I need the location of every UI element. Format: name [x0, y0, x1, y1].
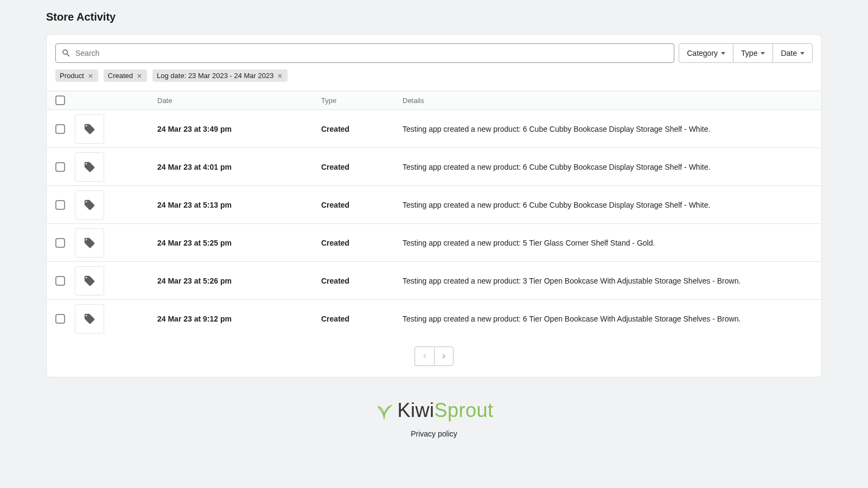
table-row: 24 Mar 23 at 4:01 pm Created Testing app… — [47, 148, 821, 186]
pagination — [47, 338, 821, 377]
row-checkbox[interactable] — [55, 276, 65, 286]
privacy-link[interactable]: Privacy policy — [46, 429, 822, 438]
table-row: 24 Mar 23 at 9:12 pm Created Testing app… — [47, 300, 821, 338]
tag-icon — [84, 199, 95, 211]
row-details: Testing app created a new product: 6 Cub… — [403, 163, 813, 171]
row-category-icon — [75, 228, 104, 258]
table-row: 24 Mar 23 at 5:13 pm Created Testing app… — [47, 186, 821, 224]
row-category-icon — [75, 114, 104, 144]
activity-card: Category Type Date Product Created Log d… — [46, 34, 822, 377]
row-type: Created — [321, 163, 403, 171]
search-input[interactable] — [75, 49, 668, 57]
active-filter-chips: Product Created Log date: 23 Mar 2023 - … — [47, 63, 821, 91]
next-page-button[interactable] — [434, 346, 454, 366]
header-details: Details — [403, 97, 813, 105]
header-type: Type — [321, 97, 403, 105]
row-details: Testing app created a new product: 6 Tie… — [403, 314, 813, 323]
row-date: 24 Mar 23 at 5:13 pm — [157, 201, 321, 209]
tag-icon — [84, 161, 95, 173]
chevron-right-icon — [440, 352, 448, 360]
leaf-icon — [374, 401, 394, 420]
row-type: Created — [321, 239, 403, 247]
chevron-down-icon — [800, 52, 805, 55]
row-checkbox[interactable] — [55, 314, 65, 324]
table-header: Date Type Details — [47, 91, 821, 110]
row-category-icon — [75, 152, 104, 182]
row-checkbox[interactable] — [55, 238, 65, 248]
tag-icon — [84, 237, 95, 249]
tag-icon — [84, 313, 95, 325]
row-date: 24 Mar 23 at 9:12 pm — [157, 314, 321, 323]
search-field[interactable] — [55, 43, 674, 63]
chip-created[interactable]: Created — [104, 69, 147, 82]
row-date: 24 Mar 23 at 3:49 pm — [157, 125, 321, 133]
page-title: Store Activity — [46, 11, 822, 23]
chip-logdate[interactable]: Log date: 23 Mar 2023 - 24 Mar 2023 — [152, 69, 288, 82]
row-type: Created — [321, 125, 403, 133]
chip-product[interactable]: Product — [55, 69, 98, 82]
row-category-icon — [75, 266, 104, 296]
row-checkbox[interactable] — [55, 200, 65, 210]
tag-icon — [84, 123, 95, 135]
row-date: 24 Mar 23 at 5:25 pm — [157, 239, 321, 247]
table-row: 24 Mar 23 at 3:49 pm Created Testing app… — [47, 110, 821, 148]
header-date: Date — [157, 97, 321, 105]
prev-page-button[interactable] — [414, 346, 434, 366]
filter-category-button[interactable]: Category — [679, 43, 733, 63]
tag-icon — [84, 275, 95, 287]
controls-bar: Category Type Date — [47, 43, 821, 63]
footer: KiwiSprout Privacy policy — [46, 399, 822, 438]
chevron-down-icon — [761, 52, 765, 55]
row-details: Testing app created a new product: 5 Tie… — [403, 239, 813, 247]
row-details: Testing app created a new product: 6 Cub… — [403, 201, 813, 209]
row-details: Testing app created a new product: 6 Cub… — [403, 125, 813, 133]
row-date: 24 Mar 23 at 5:26 pm — [157, 277, 321, 285]
row-checkbox[interactable] — [55, 124, 65, 134]
close-icon[interactable] — [277, 73, 283, 79]
chevron-down-icon — [721, 52, 725, 55]
close-icon[interactable] — [87, 73, 94, 79]
filter-date-button[interactable]: Date — [773, 43, 813, 63]
brand-logo: KiwiSprout — [46, 399, 822, 422]
row-category-icon — [75, 304, 104, 333]
row-date: 24 Mar 23 at 4:01 pm — [157, 163, 321, 171]
row-type: Created — [321, 201, 403, 209]
filter-group: Category Type Date — [679, 43, 813, 63]
row-category-icon — [75, 190, 104, 220]
table-row: 24 Mar 23 at 5:25 pm Created Testing app… — [47, 224, 821, 262]
row-type: Created — [321, 314, 403, 323]
close-icon[interactable] — [136, 73, 143, 79]
search-icon — [61, 48, 71, 58]
row-checkbox[interactable] — [55, 162, 65, 172]
chevron-left-icon — [421, 352, 429, 360]
table-row: 24 Mar 23 at 5:26 pm Created Testing app… — [47, 262, 821, 300]
select-all-checkbox[interactable] — [55, 95, 65, 105]
row-type: Created — [321, 277, 403, 285]
row-details: Testing app created a new product: 3 Tie… — [403, 277, 813, 285]
filter-type-button[interactable]: Type — [733, 43, 773, 63]
